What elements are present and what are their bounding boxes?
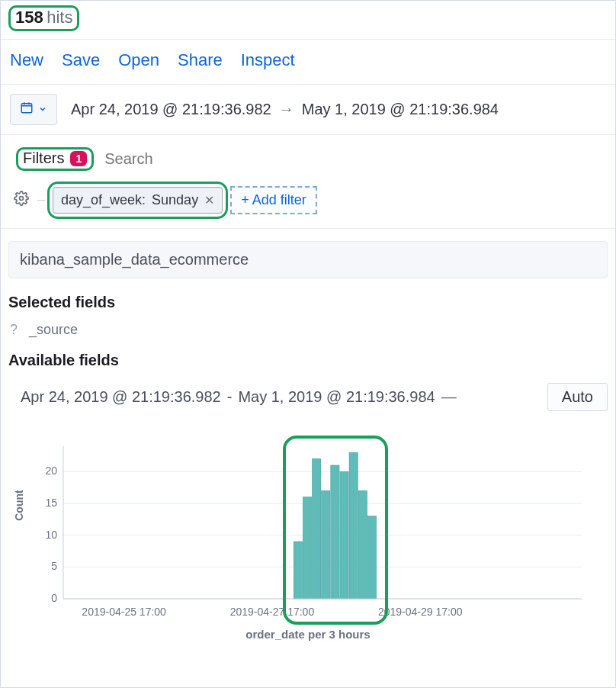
close-icon[interactable]: ✕ (204, 193, 214, 207)
hits-count: 158 (15, 8, 43, 27)
svg-rect-17 (340, 471, 348, 599)
svg-rect-18 (349, 452, 358, 599)
hits-summary: 158 hits (1, 1, 615, 40)
share-button[interactable]: Share (178, 50, 223, 70)
chart-header: Apr 24, 2019 @ 21:19:36.982 - May 1, 201… (1, 377, 615, 416)
svg-text:5: 5 (51, 560, 57, 572)
available-fields-heading: Available fields (1, 346, 615, 377)
svg-rect-13 (303, 497, 311, 599)
svg-text:15: 15 (45, 497, 57, 509)
interval-button[interactable]: Auto (547, 383, 608, 411)
hits-label: hits (47, 8, 72, 27)
filter-pill-day-of-week[interactable]: day_of_week: Sunday ✕ (53, 187, 223, 214)
connector-line (37, 200, 45, 201)
chart-area: Count 051015202019-04-25 17:002019-04-27… (1, 416, 615, 647)
selected-field-source[interactable]: ? _source (1, 319, 615, 346)
field-name: _source (29, 322, 78, 337)
chart-range-to: May 1, 2019 @ 21:19:36.984 (238, 388, 435, 406)
save-button[interactable]: Save (62, 50, 100, 70)
chart-ylabel: Count (13, 490, 25, 520)
svg-rect-15 (322, 490, 330, 599)
field-type-unknown-icon: ? (10, 322, 18, 337)
new-button[interactable]: New (10, 50, 43, 70)
chart-range-dash: — (441, 388, 457, 406)
svg-text:10: 10 (45, 529, 57, 541)
chart-xlabel: order_date per 3 hours (10, 628, 606, 641)
svg-text:2019-04-25 17:00: 2019-04-25 17:00 (82, 606, 166, 618)
svg-rect-14 (313, 459, 321, 599)
calendar-icon (20, 101, 34, 118)
svg-rect-0 (21, 104, 32, 113)
date-picker-button[interactable] (10, 94, 57, 125)
svg-text:20: 20 (45, 465, 57, 477)
svg-text:2019-04-27 17:00: 2019-04-27 17:00 (230, 606, 315, 618)
svg-point-1 (20, 197, 24, 201)
date-to: May 1, 2019 @ 21:19:36.984 (302, 101, 499, 118)
chart-range-from: Apr 24, 2019 @ 21:19:36.982 (21, 388, 221, 406)
svg-text:2019-04-29 17:00: 2019-04-29 17:00 (378, 606, 463, 618)
svg-rect-16 (331, 465, 339, 599)
arrow-right-icon: → (279, 101, 294, 118)
filter-pill-field: day_of_week: (61, 192, 146, 208)
filters-row: Filters 1 (1, 135, 615, 178)
chart-range-sep: - (227, 388, 233, 406)
open-button[interactable]: Open (118, 50, 159, 70)
filters-label: Filters (23, 149, 64, 167)
svg-rect-12 (294, 542, 302, 599)
svg-rect-20 (367, 516, 376, 599)
gear-icon[interactable] (13, 191, 30, 210)
svg-text:0: 0 (51, 592, 57, 604)
filter-pills-row: day_of_week: Sunday ✕ + Add filter (1, 178, 615, 229)
inspect-button[interactable]: Inspect (241, 50, 295, 70)
index-pattern-selector[interactable]: kibana_sample_data_ecommerce (8, 241, 608, 278)
search-input[interactable] (104, 150, 605, 168)
toolbar: New Save Open Share Inspect (1, 40, 615, 85)
add-filter-button[interactable]: + Add filter (230, 186, 317, 214)
date-from: Apr 24, 2019 @ 21:19:36.982 (71, 101, 271, 118)
date-range-row: Apr 24, 2019 @ 21:19:36.982 → May 1, 201… (1, 85, 615, 135)
selected-fields-heading: Selected fields (1, 288, 615, 319)
filter-pill-value: Sunday (152, 192, 198, 208)
chevron-down-icon (38, 101, 47, 117)
histogram-chart[interactable]: 051015202019-04-25 17:002019-04-27 17:00… (10, 439, 589, 629)
filters-count-badge: 1 (70, 151, 87, 166)
svg-rect-19 (358, 490, 367, 599)
